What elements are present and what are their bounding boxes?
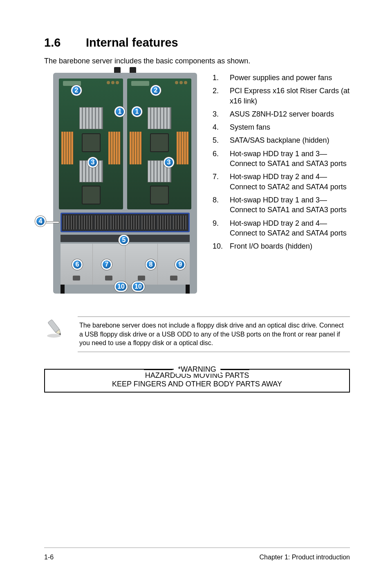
section-number: 1.6 [44,36,83,49]
callout-1b: 1 [132,106,142,117]
fan [110,215,124,229]
server-board-left [59,79,123,209]
warning-block: *WARNING HAZARDOUS MOVING PARTS KEEP FIN… [44,365,350,393]
warning-rule-left [144,369,173,370]
section-title: Internal features [86,36,178,49]
board-area [59,79,191,209]
psu-tab [114,67,121,73]
dimm-slots [61,132,74,164]
section-heading: 1.6 Internal features [44,36,350,49]
content-row: 1 1 2 2 3 3 4 5 6 7 8 9 10 10 [44,73,350,300]
warning-line2: KEEP FINGERS AND OTHER BODY PARTS AWAY [49,380,345,388]
feature-item: 8.Hot-swap HDD tray 1 and 3—Connect to S… [213,195,350,215]
cpu-socket [150,133,169,152]
page-footer: 1-6 Chapter 1: Product introduction [44,548,350,561]
cpu-socket [82,186,101,204]
callout-9: 9 [175,259,186,270]
feature-item: 6.Hot-swap HDD tray 1 and 3—Connect to S… [213,149,350,169]
intro-paragraph: The barebone server includes the basic c… [44,57,350,65]
dimm-slots [177,132,189,164]
feature-item: 7.Hot-swap HDD tray 2 and 4—Connect to S… [213,172,350,192]
callout-3a: 3 [87,157,98,168]
callout-2b: 2 [150,85,161,96]
callout-5: 5 [119,235,129,245]
warning-title: *WARNING [174,365,220,374]
feature-list: 1.Power supplies and power fans 2.PCI Ex… [213,73,350,251]
fan [79,215,93,229]
callout-1a: 1 [114,106,125,117]
heatsink [148,107,171,129]
item-text: PCI Express x16 slot Riser Cards (at x16… [230,86,350,106]
item-number: 6. [213,149,230,169]
note-text: The barebone server does not include a f… [78,316,350,352]
callout-6: 6 [72,259,83,270]
feature-item: 3.ASUS Z8NH-D12 server boards [213,109,350,119]
fan-slots [63,215,187,229]
item-number: 10. [213,241,230,251]
figure-column: 1 1 2 2 3 3 4 5 6 7 8 9 10 10 [44,73,206,300]
warning-rule-right [221,369,249,370]
psu-tabs [114,67,136,73]
fan [173,215,187,229]
psu-tab [130,67,136,73]
feature-item: 2.PCI Express x16 slot Riser Cards (at x… [213,86,350,106]
item-text: Power supplies and power fans [230,73,350,83]
feature-item: 1.Power supplies and power fans [213,73,350,83]
note-pencil-icon [44,316,68,340]
item-number: 4. [213,122,230,132]
dimm-slots [108,132,121,164]
item-number: 1. [213,73,230,83]
item-text: Hot-swap HDD tray 2 and 4—Connect to SAT… [230,172,350,192]
leader-line-4 [45,222,59,223]
callout-4: 4 [35,216,46,227]
page-number: 1-6 [44,554,54,561]
item-text: Front I/O boards (hidden) [230,241,350,251]
item-number: 3. [213,109,230,119]
item-number: 2. [213,86,230,106]
feature-item: 4.System fans [213,122,350,132]
item-number: 8. [213,195,230,215]
callout-2a: 2 [71,85,82,96]
heatsink [79,107,103,129]
callout-3b: 3 [164,157,174,168]
cpu-socket [82,133,101,152]
item-text: ASUS Z8NH-D12 server boards [230,109,350,119]
item-number: 5. [213,135,230,145]
system-fan-row [61,213,190,232]
callout-8: 8 [146,259,156,270]
warning-title-row: *WARNING [44,365,350,374]
server-diagram: 1 1 2 2 3 3 4 5 6 7 8 9 10 10 [53,73,197,300]
feature-item: 5.SATA/SAS backplane (hidden) [213,135,350,145]
callout-10b: 10 [132,281,145,292]
item-text: Hot-swap HDD tray 2 and 4—Connect to SAT… [230,218,350,238]
svg-point-0 [47,334,61,338]
item-text: SATA/SAS backplane (hidden) [230,135,350,145]
item-text: Hot-swap HDD tray 1 and 3—Connect to SAT… [230,149,350,169]
server-board-right [127,79,191,209]
capacitors [107,81,119,84]
item-text: System fans [230,122,350,132]
capacitors [175,81,187,84]
dimm-slots [130,132,142,164]
document-page: 1.6 Internal features The barebone serve… [0,0,390,588]
callout-7: 7 [101,259,112,270]
feature-item: 9.Hot-swap HDD tray 2 and 4—Connect to S… [213,218,350,238]
fan [157,215,171,229]
chapter-label: Chapter 1: Product introduction [260,554,350,561]
rack-ear [186,285,190,294]
item-number: 9. [213,218,230,238]
fan [63,215,77,229]
fan [141,215,155,229]
item-number: 7. [213,172,230,192]
callout-10a: 10 [114,281,128,292]
fan [95,215,109,229]
pcie-slot [131,81,149,86]
item-text: Hot-swap HDD tray 1 and 3—Connect to SAT… [230,195,350,215]
rack-ear [61,285,65,294]
note-block: The barebone server does not include a f… [44,316,350,352]
cpu-socket [150,186,169,204]
feature-list-column: 1.Power supplies and power fans 2.PCI Ex… [206,73,350,254]
feature-item: 10.Front I/O boards (hidden) [213,241,350,251]
fan [126,215,140,229]
